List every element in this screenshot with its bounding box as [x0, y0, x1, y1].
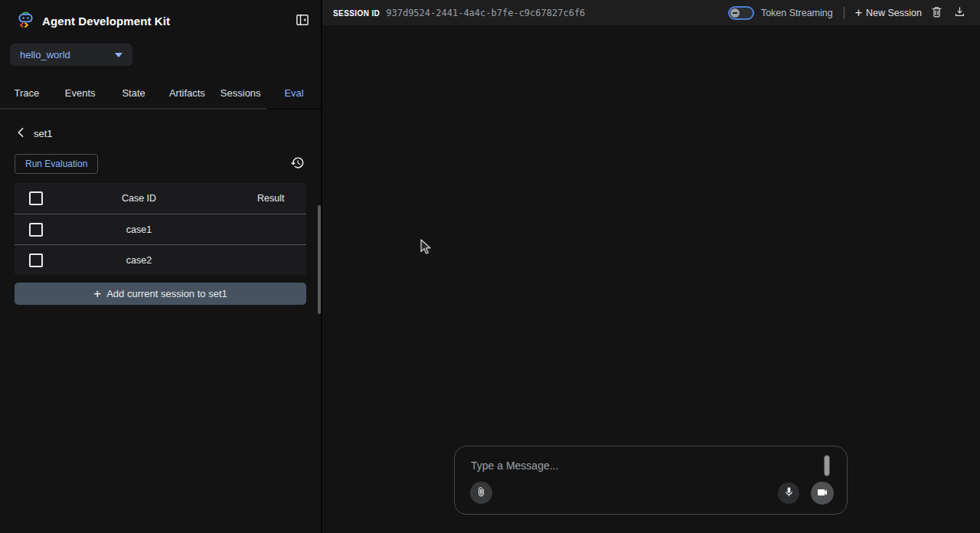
back-button[interactable] — [15, 126, 27, 142]
collapse-panel-button[interactable] — [293, 11, 312, 31]
eval-set-name: set1 — [34, 128, 53, 139]
run-evaluation-button[interactable]: Run Evaluation — [15, 154, 98, 174]
session-bar-actions: Token Streaming + New Session — [728, 4, 968, 22]
trash-icon — [930, 5, 943, 21]
table-row[interactable]: case2 — [15, 244, 306, 275]
tab-sessions[interactable]: Sessions — [214, 79, 267, 110]
eval-panel: set1 Run Evaluation Case ID — [0, 110, 321, 533]
table-header-row: Case ID Result — [15, 183, 306, 214]
select-all-checkbox[interactable] — [29, 191, 43, 205]
adk-logo-icon — [17, 11, 34, 31]
video-button[interactable] — [811, 482, 834, 505]
column-header-case-id: Case ID — [83, 193, 194, 204]
tab-bar: Trace Events State Artifacts Sessions Ev… — [0, 79, 321, 110]
new-session-button[interactable]: + New Session — [855, 7, 922, 19]
history-icon — [290, 155, 305, 172]
panel-scrollbar-thumb[interactable] — [318, 205, 321, 314]
table-row[interactable]: case1 — [15, 214, 306, 244]
input-scrollbar-thumb[interactable] — [824, 455, 830, 476]
videocam-icon — [816, 486, 828, 501]
plus-icon: + — [93, 287, 101, 300]
message-input[interactable] — [471, 459, 808, 478]
message-input-container — [454, 446, 848, 515]
left-panel-close-icon — [295, 12, 310, 30]
eval-actions: Run Evaluation — [15, 154, 306, 174]
side-panel: Agent Development Kit hello_world Trace … — [0, 0, 322, 533]
dropdown-arrow-icon — [115, 53, 122, 57]
session-bar: SESSION ID 937d9524-2441-4a4c-b7fe-c9c67… — [322, 0, 980, 25]
paperclip-icon — [475, 486, 487, 500]
token-streaming-label: Token Streaming — [761, 8, 833, 18]
toggle-knob — [730, 8, 740, 18]
case-id-cell[interactable]: case1 — [83, 224, 194, 235]
app-title: Agent Development Kit — [42, 15, 286, 28]
token-streaming-toggle[interactable] — [728, 6, 754, 20]
breadcrumb: set1 — [15, 126, 306, 142]
download-icon — [953, 5, 966, 21]
session-id-group: SESSION ID 937d9524-2441-4a4c-b7fe-c9c67… — [333, 8, 728, 18]
mic-icon — [783, 486, 795, 500]
eval-history-button[interactable] — [289, 154, 306, 174]
tab-events[interactable]: Events — [54, 79, 107, 110]
delete-session-button[interactable] — [929, 4, 945, 22]
agent-select-value: hello_world — [20, 49, 70, 60]
add-current-session-button[interactable]: + Add current session to set1 — [15, 283, 306, 305]
tab-state[interactable]: State — [107, 79, 161, 110]
eval-cases-table: Case ID Result case1 case2 — [15, 183, 306, 275]
plus-icon: + — [855, 7, 862, 19]
new-session-label: New Session — [866, 8, 922, 18]
tab-eval[interactable]: Eval — [267, 79, 321, 110]
row-checkbox[interactable] — [29, 253, 43, 267]
session-id-value: 937d9524-2441-4a4c-b7fe-c9c67827c6f6 — [386, 8, 585, 18]
row-checkbox[interactable] — [29, 223, 43, 237]
export-session-button[interactable] — [952, 4, 968, 22]
session-id-label: SESSION ID — [333, 9, 380, 18]
divider — [844, 7, 844, 19]
tab-trace[interactable]: Trace — [0, 79, 54, 110]
adk-web-app: Agent Development Kit hello_world Trace … — [0, 0, 980, 533]
chevron-left-icon — [16, 127, 25, 140]
panel-header: Agent Development Kit — [0, 0, 321, 36]
add-current-session-label: Add current session to set1 — [106, 288, 227, 299]
mic-button[interactable] — [778, 482, 799, 504]
agent-select-dropdown[interactable]: hello_world — [10, 44, 132, 66]
case-id-cell[interactable]: case2 — [83, 255, 194, 266]
attach-file-button[interactable] — [470, 482, 492, 504]
tab-artifacts[interactable]: Artifacts — [160, 79, 214, 110]
column-header-result: Result — [194, 193, 306, 204]
